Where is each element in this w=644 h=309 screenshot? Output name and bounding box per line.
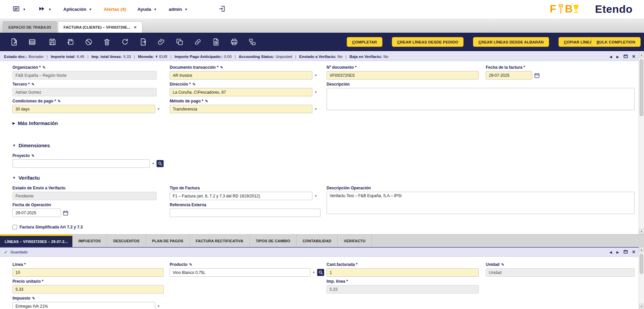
close-form-icon[interactable]: × — [632, 54, 635, 59]
etendo-logo: Etendo — [595, 3, 633, 16]
bulk-completion-button[interactable]: BULK COMPLETION — [591, 37, 641, 47]
combo-caret-icon[interactable]: ▾ — [157, 304, 161, 308]
referencia-externa-input[interactable] — [170, 209, 320, 217]
combo-caret-icon[interactable]: ▾ — [314, 194, 318, 198]
scroll-down-icon[interactable]: ▼ — [639, 229, 644, 234]
tab-factura-cliente[interactable]: FACTURA (CLIENTE) – VFI003720E... × — [58, 21, 142, 33]
line-form-scrollbar[interactable]: ▲ ▼ — [639, 247, 644, 309]
export-icon[interactable] — [134, 35, 152, 50]
search-icon[interactable] — [157, 160, 164, 167]
direccion-label: Dirección * — [170, 82, 191, 87]
section-mas-informacion[interactable]: ▶ Más Información — [12, 120, 58, 126]
close-tab-icon[interactable]: × — [134, 25, 137, 30]
combo-caret-icon[interactable]: ▾ — [314, 73, 318, 78]
tab-lineas[interactable]: LÍNEAS – VFI003720ES – 29-07-2... — [0, 235, 72, 247]
maximize-form-icon[interactable] — [623, 54, 628, 59]
tab-espacio-de-trabajo[interactable]: ESPACIO DE TRABAJO — [3, 21, 57, 33]
calendar-icon[interactable] — [62, 210, 69, 216]
refresh-icon[interactable] — [116, 35, 134, 50]
tipo-factura-input[interactable] — [170, 192, 312, 200]
producto-input[interactable] — [170, 268, 310, 277]
documento-transaccion-label: Documento transacción * — [170, 65, 218, 70]
impuesto-input[interactable] — [12, 302, 155, 309]
estado-envio-input[interactable] — [12, 192, 157, 200]
section-dimensiones[interactable]: ▼ Dimensiones — [12, 143, 50, 148]
factura-simplificada-checkbox[interactable] — [12, 225, 17, 229]
scroll-up-icon[interactable]: ▲ — [639, 52, 644, 58]
tab-verifactu[interactable]: VERIFACTU — [338, 235, 372, 247]
section-verifactu[interactable]: ▼ Verifactu — [12, 175, 40, 181]
descripcion-operacion-textarea[interactable]: Verifactu Test – F&B España, S.A – IPSI — [327, 192, 635, 214]
previous-record-icon[interactable]: ◀ — [609, 250, 612, 254]
main-form-scrollbar[interactable]: ▲ ▼ — [639, 52, 644, 234]
descripcion-textarea[interactable] — [327, 88, 635, 110]
cant-facturada-input[interactable] — [327, 268, 479, 277]
documento-transaccion-input[interactable] — [170, 71, 312, 80]
combo-caret-icon[interactable]: ▾ — [314, 90, 318, 94]
previous-record-icon[interactable]: ◀ — [609, 55, 612, 59]
attachment-icon[interactable] — [152, 35, 170, 50]
tab-factura-rectificativa[interactable]: FACTURA RECTIFICATIVA — [190, 235, 250, 247]
save-icon[interactable] — [43, 35, 61, 50]
tercero-input[interactable] — [12, 88, 157, 96]
condiciones-pago-input[interactable] — [12, 105, 155, 113]
tree-view-icon[interactable] — [243, 35, 261, 50]
direccion-input[interactable] — [170, 88, 312, 96]
quick-launch-menu[interactable]: ▾ — [38, 5, 52, 13]
tab-impuestos[interactable]: IMPUESTOS — [72, 235, 107, 247]
grid-view-icon[interactable] — [23, 35, 41, 50]
next-record-icon[interactable]: ▶ — [616, 55, 619, 59]
chevron-down-icon: ▾ — [22, 7, 26, 11]
crear-lineas-desde-pedido-button[interactable]: CREAR LÍNEAS DESDE PEDIDO — [392, 37, 464, 47]
maximize-form-icon[interactable] — [623, 250, 628, 254]
estado-envio-label: Estado de Envío a Verifactu — [12, 186, 65, 190]
section-label: Verifactu — [19, 175, 40, 181]
next-record-icon[interactable]: ▶ — [616, 250, 619, 254]
scroll-up-icon[interactable]: ▲ — [639, 247, 644, 252]
combo-caret-icon[interactable]: ▾ — [312, 270, 316, 275]
linea-input[interactable] — [12, 268, 164, 277]
scrollbar-thumb[interactable] — [640, 59, 643, 116]
workspace-icon — [12, 5, 20, 13]
close-form-icon[interactable]: × — [632, 249, 635, 255]
clone-record-icon[interactable] — [170, 35, 189, 50]
delete-icon[interactable] — [98, 35, 116, 50]
tercero-label: Tercero * — [12, 82, 30, 87]
precio-unitario-input[interactable] — [12, 285, 164, 293]
tab-descuentos[interactable]: DESCUENTOS — [107, 235, 146, 247]
scrollbar-thumb[interactable] — [640, 254, 643, 274]
application-menu[interactable]: Aplicación ▾ — [63, 7, 92, 12]
calendar-icon[interactable] — [534, 72, 540, 79]
imp-linea-input[interactable] — [327, 285, 479, 293]
undo-icon[interactable] — [79, 35, 98, 50]
combo-caret-icon[interactable]: ▾ — [157, 107, 161, 111]
n-documento-input[interactable] — [327, 71, 479, 80]
linked-items-icon[interactable] — [189, 35, 207, 50]
help-menu[interactable]: Ayuda ▾ — [137, 7, 157, 12]
audit-trail-icon[interactable] — [207, 35, 225, 50]
fecha-factura-input[interactable] — [486, 71, 532, 80]
tab-tipos-de-cambio[interactable]: TIPOS DE CAMBIO — [250, 235, 297, 247]
tab-contabilidad[interactable]: CONTABILIDAD — [297, 235, 338, 247]
alerts-link[interactable]: Alertas (4) — [104, 7, 126, 12]
logout-button[interactable] — [218, 5, 226, 13]
completar-button[interactable]: COMPLETAR — [347, 37, 382, 47]
tab-plan-de-pagos[interactable]: PLAN DE PAGOS — [146, 235, 190, 247]
user-menu[interactable]: admin ▾ — [169, 7, 188, 12]
currency-link-icon[interactable] — [155, 55, 158, 59]
search-icon[interactable] — [317, 269, 324, 276]
print-icon[interactable] — [225, 35, 243, 50]
metodo-pago-input[interactable] — [170, 105, 312, 113]
fecha-operacion-input[interactable] — [12, 209, 61, 217]
new-document-icon[interactable] — [5, 35, 23, 50]
proyecto-input[interactable] — [12, 159, 150, 168]
crear-lineas-desde-albaran-button[interactable]: CREAR LÍNEAS DESDE ALBARÁN — [473, 37, 549, 47]
combo-caret-icon[interactable]: ▾ — [151, 161, 155, 166]
scroll-down-icon[interactable]: ▼ — [639, 304, 644, 309]
unidad-input[interactable] — [486, 268, 635, 277]
save-and-close-icon[interactable] — [61, 35, 79, 50]
organizacion-input[interactable] — [12, 71, 157, 80]
alerts-label: Alertas (4) — [104, 7, 126, 12]
workspace-menu[interactable]: ▾ — [12, 5, 26, 13]
combo-caret-icon[interactable]: ▾ — [314, 107, 318, 111]
